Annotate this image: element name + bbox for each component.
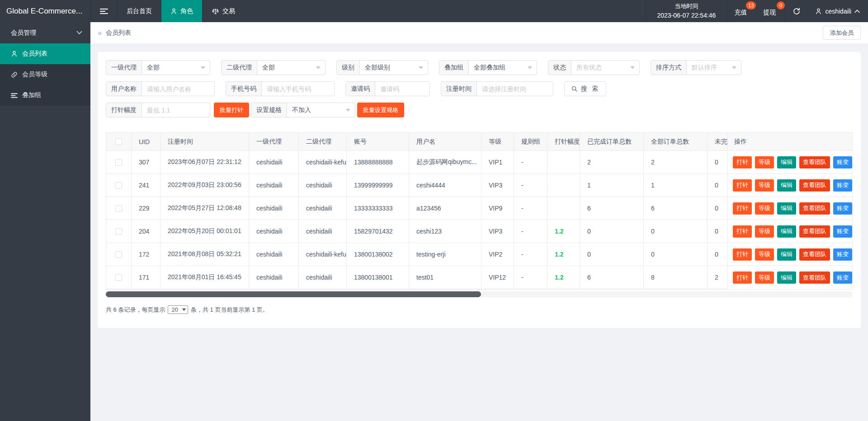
status-select[interactable]: 所有状态 bbox=[571, 61, 639, 75]
sidebar-item-stack-group[interactable]: 叠加组 bbox=[0, 85, 90, 106]
batch-inject-button[interactable]: 批量打针 bbox=[214, 103, 249, 117]
column-header-level: 等级 bbox=[481, 133, 514, 150]
cell-username: testing-erji bbox=[409, 243, 481, 266]
cell-uid: 204 bbox=[132, 220, 160, 243]
level-button[interactable]: 等级 bbox=[755, 271, 774, 284]
row-actions: 打针 等级 编辑 查看团队 账变 bbox=[728, 151, 852, 174]
spec-select[interactable]: 不加入 bbox=[287, 103, 355, 117]
view-team-button[interactable]: 查看团队 bbox=[799, 156, 830, 168]
username-input[interactable] bbox=[142, 82, 214, 96]
edit-button[interactable]: 编辑 bbox=[777, 225, 796, 238]
level-button[interactable]: 等级 bbox=[755, 202, 774, 215]
edit-button[interactable]: 编辑 bbox=[777, 248, 796, 261]
row-checkbox[interactable] bbox=[115, 182, 122, 189]
filter-sort: 排序方式 默认排序 bbox=[651, 60, 741, 75]
user-icon bbox=[815, 8, 822, 15]
level-button[interactable]: 等级 bbox=[755, 225, 774, 238]
menu-toggle-button[interactable] bbox=[90, 0, 117, 22]
agent1-select[interactable]: 全部 bbox=[142, 61, 210, 75]
cell-account: 15829701432 bbox=[347, 220, 409, 243]
phone-input[interactable] bbox=[262, 82, 334, 96]
row-checkbox[interactable] bbox=[115, 205, 122, 212]
agent2-select[interactable]: 全部 bbox=[257, 61, 325, 75]
cell-account: 13800138001 bbox=[347, 266, 409, 289]
filter-username: 用户名称 bbox=[106, 81, 215, 96]
sidebar-item-member-level[interactable]: 会员等级 bbox=[0, 64, 90, 85]
caret-down-icon bbox=[528, 66, 532, 69]
local-time-value: 2023-06-07 22:54:46 bbox=[657, 11, 716, 20]
balance-change-button[interactable]: 账变 bbox=[833, 271, 852, 284]
cell-account: 13800138002 bbox=[347, 243, 409, 266]
inject-button[interactable]: 打针 bbox=[733, 156, 752, 168]
nav-item-roles[interactable]: 角色 bbox=[161, 0, 202, 22]
level-button[interactable]: 等级 bbox=[755, 156, 774, 168]
sidebar-group-member-management[interactable]: 会员管理 bbox=[0, 22, 90, 43]
search-button[interactable]: 搜 索 bbox=[564, 81, 606, 96]
sort-select[interactable]: 默认排序 bbox=[687, 61, 741, 75]
scales-icon bbox=[212, 8, 219, 15]
stack-group-select[interactable]: 全部叠加组 bbox=[469, 61, 537, 75]
column-header-total-orders: 全部订单总数 bbox=[644, 133, 708, 150]
column-header-agent1: 一级代理 bbox=[249, 133, 299, 150]
invite-code-input[interactable] bbox=[375, 82, 429, 96]
row-checkbox[interactable] bbox=[115, 251, 122, 258]
row-checkbox[interactable] bbox=[115, 274, 122, 281]
cell-account: 13888888888 bbox=[347, 151, 409, 173]
edit-button[interactable]: 编辑 bbox=[777, 271, 796, 284]
app-logo: Global E-Commerce... bbox=[0, 0, 90, 22]
edit-button[interactable]: 编辑 bbox=[777, 179, 796, 192]
edit-button[interactable]: 编辑 bbox=[777, 202, 796, 215]
caret-down-icon bbox=[201, 66, 205, 69]
balance-change-button[interactable]: 账变 bbox=[833, 202, 852, 215]
scrollbar-thumb[interactable] bbox=[106, 291, 481, 297]
edit-button[interactable]: 编辑 bbox=[777, 156, 796, 168]
level-button[interactable]: 等级 bbox=[755, 248, 774, 261]
cell-inject: 1.2 bbox=[547, 266, 580, 289]
recharge-button[interactable]: 充值 13 bbox=[727, 0, 756, 22]
cell-total-orders: 2 bbox=[644, 151, 708, 173]
add-member-button[interactable]: 添加会员 bbox=[823, 26, 861, 40]
refresh-button[interactable] bbox=[785, 0, 808, 22]
nav-item-trade[interactable]: 交易 bbox=[202, 0, 244, 22]
cell-inject: 1.2 bbox=[547, 220, 580, 243]
user-menu[interactable]: ceshidaili bbox=[808, 0, 868, 22]
view-team-button[interactable]: 查看团队 bbox=[799, 179, 830, 192]
cell-done-orders: 0 bbox=[580, 243, 644, 266]
balance-change-button[interactable]: 账变 bbox=[833, 225, 852, 238]
filter-row-2: 用户名称 手机号码 邀请码 注册时间 搜 索 bbox=[106, 81, 853, 96]
view-team-button[interactable]: 查看团队 bbox=[799, 248, 830, 261]
page-size-select[interactable]: 20 bbox=[168, 305, 188, 314]
inject-button[interactable]: 打针 bbox=[733, 225, 752, 238]
balance-change-button[interactable]: 账变 bbox=[833, 179, 852, 192]
row-actions: 打针 等级 编辑 查看团队 账变 bbox=[728, 220, 852, 243]
withdraw-button[interactable]: 提现 0 bbox=[756, 0, 785, 22]
row-actions: 打针 等级 编辑 查看团队 账变 bbox=[728, 197, 852, 220]
view-team-button[interactable]: 查看团队 bbox=[799, 225, 830, 238]
inject-button[interactable]: 打针 bbox=[733, 202, 752, 215]
nav-item-dashboard[interactable]: 后台首页 bbox=[117, 0, 161, 22]
inject-button[interactable]: 打针 bbox=[733, 179, 752, 192]
inject-button[interactable]: 打针 bbox=[733, 271, 752, 284]
inject-button[interactable]: 打针 bbox=[733, 248, 752, 261]
cell-agent1: ceshidaili bbox=[249, 197, 299, 220]
column-header-uid: UID bbox=[132, 133, 160, 150]
select-all-checkbox[interactable] bbox=[115, 138, 122, 145]
recharge-badge: 13 bbox=[746, 1, 756, 9]
filter-spec: 设置规格 不加入 bbox=[251, 103, 355, 117]
row-checkbox[interactable] bbox=[115, 228, 122, 235]
level-button[interactable]: 等级 bbox=[755, 179, 774, 192]
row-checkbox[interactable] bbox=[115, 159, 122, 166]
balance-change-button[interactable]: 账变 bbox=[833, 156, 852, 168]
view-team-button[interactable]: 查看团队 bbox=[799, 202, 830, 215]
link-icon bbox=[11, 71, 18, 78]
inject-range-input[interactable] bbox=[142, 103, 210, 117]
cell-level: VIP2 bbox=[481, 243, 514, 266]
view-team-button[interactable]: 查看团队 bbox=[799, 271, 830, 284]
sidebar-item-member-list[interactable]: 会员列表 bbox=[0, 43, 90, 64]
reg-time-input[interactable] bbox=[477, 82, 553, 96]
level-select[interactable]: 全部级别 bbox=[360, 61, 428, 75]
list-icon bbox=[11, 93, 18, 98]
balance-change-button[interactable]: 账变 bbox=[833, 248, 852, 261]
cell-username: ceshi4444 bbox=[409, 174, 481, 196]
batch-spec-button[interactable]: 批量设置规格 bbox=[357, 103, 404, 117]
